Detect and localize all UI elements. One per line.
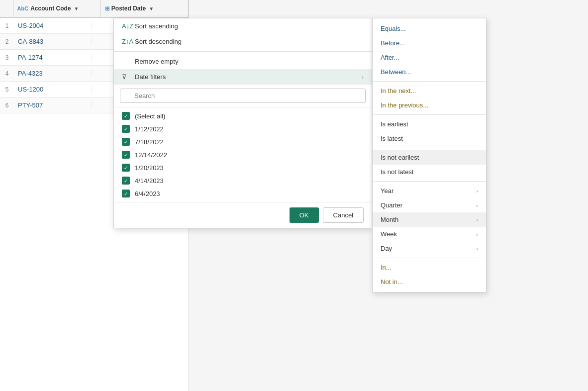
calendar-icon: ⊞ <box>105 5 109 12</box>
account-code-column-header[interactable]: AbC Account Code ▼ <box>13 0 101 17</box>
checkbox-date-0[interactable]: ✓ <box>122 125 130 133</box>
row-number: 1 <box>0 22 14 29</box>
account-cell: PTY-507 <box>14 101 92 109</box>
month-item[interactable]: Month › <box>373 212 486 227</box>
ok-button[interactable]: OK <box>290 207 319 223</box>
submenu-divider-4 <box>373 181 486 182</box>
check-label-date-3: 1/20/2023 <box>135 164 164 172</box>
quarter-label: Quarter <box>381 201 402 209</box>
column-filter-dropdown: A↓Z Sort ascending Z↑A Sort descending R… <box>113 18 372 228</box>
sort-descending-label: Sort descending <box>135 38 364 45</box>
submenu-divider-1 <box>373 81 486 82</box>
month-label: Month <box>381 216 398 223</box>
submenu-divider-3 <box>373 148 486 148</box>
row-number: 6 <box>0 102 14 109</box>
date-filters-label: Date filters <box>135 73 358 81</box>
month-arrow: › <box>476 217 478 223</box>
sort-ascending-label: Sort ascending <box>135 22 364 30</box>
day-arrow: › <box>476 246 478 252</box>
search-wrapper: 🔍 <box>120 89 366 103</box>
footer-buttons: OK Cancel <box>114 202 372 228</box>
between-item[interactable]: Between... <box>373 65 486 79</box>
search-input[interactable] <box>120 89 366 103</box>
check-item-select-all[interactable]: ✓ (Select all) <box>114 109 372 122</box>
in-the-previous-item[interactable]: In the previous... <box>373 98 486 112</box>
date-filters-item[interactable]: ⊽ Date filters › <box>114 69 372 85</box>
year-label: Year <box>381 187 393 195</box>
is-not-latest-item[interactable]: Is not latest <box>373 165 486 179</box>
check-item-date-4[interactable]: ✓ 4/14/2023 <box>114 174 372 187</box>
checkbox-date-1[interactable]: ✓ <box>122 138 130 146</box>
after-item[interactable]: After... <box>373 50 486 65</box>
quarter-arrow: › <box>476 202 478 208</box>
posted-date-label: Posted Date <box>111 5 146 12</box>
is-latest-item[interactable]: Is latest <box>373 131 486 146</box>
account-cell: CA-8843 <box>14 38 92 45</box>
check-label-date-5: 6/4/2023 <box>135 190 160 197</box>
check-label-select-all: (Select all) <box>135 112 165 120</box>
filter-icon: ⊽ <box>122 73 131 81</box>
checkbox-date-3[interactable]: ✓ <box>122 164 130 172</box>
checkbox-date-5[interactable]: ✓ <box>122 190 130 197</box>
week-label: Week <box>381 230 397 238</box>
is-earliest-item[interactable]: Is earliest <box>373 117 486 131</box>
week-arrow: › <box>476 231 478 237</box>
row-number: 5 <box>0 86 14 93</box>
check-item-date-3[interactable]: ✓ 1/20/2023 <box>114 161 372 174</box>
account-dropdown-icon[interactable]: ▼ <box>74 6 79 11</box>
date-filter-submenu: Equals... Before... After... Between... … <box>372 18 487 293</box>
check-label-date-4: 4/14/2023 <box>135 177 164 185</box>
remove-empty-label: Remove empty <box>135 58 364 65</box>
account-cell: PA-4323 <box>14 70 92 77</box>
row-number: 3 <box>0 54 14 61</box>
checklist-area: ✓ (Select all) ✓ 1/12/2022 ✓ 7/18/2022 ✓… <box>114 107 372 202</box>
row-num-header <box>0 0 13 17</box>
checkbox-select-all[interactable]: ✓ <box>122 112 130 120</box>
check-item-date-5[interactable]: ✓ 6/4/2023 <box>114 187 372 200</box>
remove-empty-item[interactable]: Remove empty <box>114 54 372 69</box>
menu-divider <box>114 51 372 52</box>
account-cell: US-1200 <box>14 86 92 93</box>
sort-ascending-item[interactable]: A↓Z Sort ascending <box>114 18 372 34</box>
day-label: Day <box>381 245 392 252</box>
check-label-date-2: 12/14/2022 <box>135 151 167 159</box>
equals-item[interactable]: Equals... <box>373 21 486 36</box>
row-number: 4 <box>0 70 14 77</box>
quarter-item[interactable]: Quarter › <box>373 198 486 212</box>
account-cell: PA-1274 <box>14 54 92 61</box>
search-container: 🔍 <box>114 85 372 107</box>
day-item[interactable]: Day › <box>373 241 486 256</box>
checkbox-date-4[interactable]: ✓ <box>122 177 130 185</box>
check-label-date-1: 7/18/2022 <box>135 138 164 146</box>
row-number: 2 <box>0 38 14 45</box>
in-item[interactable]: In... <box>373 260 486 275</box>
date-dropdown-icon[interactable]: ▼ <box>149 6 154 11</box>
account-cell: US-2004 <box>14 22 92 29</box>
sort-descending-icon: Z↑A <box>122 38 131 45</box>
sort-ascending-icon: A↓Z <box>122 22 131 30</box>
check-item-date-1[interactable]: ✓ 7/18/2022 <box>114 135 372 148</box>
posted-date-column-header[interactable]: ⊞ Posted Date ▼ <box>101 0 189 17</box>
sort-descending-item[interactable]: Z↑A Sort descending <box>114 34 372 49</box>
abc-icon: AbC <box>17 5 29 11</box>
in-the-next-item[interactable]: In the next... <box>373 84 486 98</box>
submenu-divider-5 <box>373 258 486 258</box>
date-filters-chevron: › <box>362 74 364 80</box>
submenu-divider-2 <box>373 114 486 115</box>
check-item-date-0[interactable]: ✓ 1/12/2022 <box>114 122 372 135</box>
is-not-earliest-item[interactable]: Is not earliest <box>373 150 486 165</box>
year-arrow: › <box>476 188 478 194</box>
checkbox-date-2[interactable]: ✓ <box>122 151 130 159</box>
cancel-button[interactable]: Cancel <box>323 207 364 223</box>
check-item-date-2[interactable]: ✓ 12/14/2022 <box>114 148 372 161</box>
account-code-label: Account Code <box>30 5 71 12</box>
not-in-item[interactable]: Not in... <box>373 275 486 289</box>
table-header: AbC Account Code ▼ ⊞ Posted Date ▼ <box>0 0 189 18</box>
before-item[interactable]: Before... <box>373 36 486 50</box>
check-label-date-0: 1/12/2022 <box>135 125 164 133</box>
week-item[interactable]: Week › <box>373 227 486 241</box>
year-item[interactable]: Year › <box>373 184 486 198</box>
